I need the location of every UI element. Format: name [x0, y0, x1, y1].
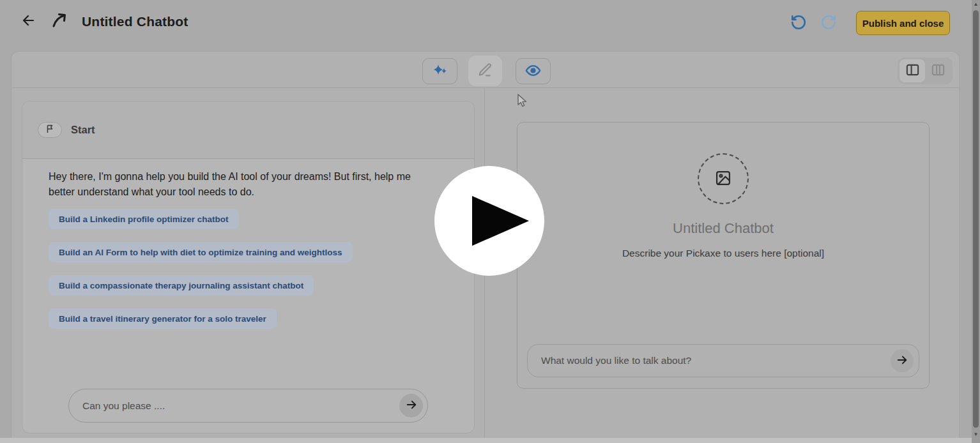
arrow-right-icon [896, 354, 908, 368]
layout-three-column-button[interactable] [925, 59, 951, 82]
chatbot-title: Untitled Chatbot [517, 220, 929, 237]
pencil-icon [477, 62, 493, 80]
top-bar: Untitled Chatbot Publish and close [0, 0, 980, 51]
start-node-header: Start [22, 101, 474, 159]
sparkles-icon [432, 62, 448, 80]
preview-panel: Untitled Chatbot Describe your Pickaxe t… [486, 88, 959, 438]
arrow-left-icon [21, 13, 36, 30]
preview-tab[interactable] [516, 58, 551, 84]
redo-button[interactable] [820, 14, 838, 32]
publish-and-close-button[interactable]: Publish and close [856, 11, 950, 35]
builder-send-button[interactable] [399, 394, 423, 417]
scroll-down-arrow-icon[interactable]: ▼ [972, 432, 980, 438]
layout-switcher [898, 57, 953, 84]
builder-message-input[interactable] [69, 400, 399, 412]
back-button[interactable] [20, 13, 37, 29]
mode-toolbar [11, 52, 959, 88]
chatbot-description: Describe your Pickaxe to users here [opt… [517, 248, 929, 259]
eye-icon [524, 62, 542, 81]
preview-input-bar [527, 344, 919, 377]
edit-tab[interactable] [468, 56, 502, 86]
chatbot-preview-card: Untitled Chatbot Describe your Pickaxe t… [517, 122, 930, 389]
vertical-scrollbar[interactable]: ▲ ▼ [972, 0, 980, 443]
page-title: Untitled Chatbot [82, 14, 188, 29]
avatar-upload-button[interactable] [698, 153, 749, 204]
suggestion-chip[interactable]: Build a Linkedin profile optimizer chatb… [49, 209, 239, 229]
layout-two-column-button[interactable] [900, 59, 925, 82]
builder-panel: Start Hey there, I'm gonna help you buil… [11, 88, 485, 438]
scroll-up-arrow-icon[interactable]: ▲ [972, 1, 980, 8]
arrow-right-icon [405, 398, 418, 413]
suggestion-chip[interactable]: Build a travel itinerary generator for a… [49, 308, 277, 329]
builder-input-bar [68, 389, 428, 423]
vertical-scrollbar-thumb[interactable] [973, 10, 979, 428]
flag-icon [45, 124, 54, 136]
suggestion-list: Build a Linkedin profile optimizer chatb… [49, 209, 353, 329]
pickaxe-logo-icon [50, 11, 68, 29]
image-placeholder-icon [714, 169, 732, 189]
preview-send-button[interactable] [891, 349, 914, 372]
suggestion-chip[interactable]: Build an AI Form to help with diet to op… [49, 242, 353, 262]
suggestion-chip[interactable]: Build a compassionate therapy journaling… [49, 275, 314, 296]
video-play-button[interactable] [434, 166, 544, 276]
undo-button[interactable] [790, 14, 808, 32]
horizontal-scrollbar[interactable] [0, 438, 972, 443]
undo-icon [790, 14, 807, 33]
flag-badge [38, 122, 62, 138]
start-node-title: Start [71, 124, 95, 136]
two-panes-icon [905, 63, 920, 79]
redo-icon [820, 14, 837, 33]
start-node-card: Start Hey there, I'm gonna help you buil… [22, 101, 475, 433]
ai-assist-tab[interactable] [422, 58, 457, 84]
play-icon [434, 268, 544, 278]
three-panes-icon [931, 63, 946, 79]
assistant-message: Hey there, I'm gonna help you build the … [49, 169, 440, 200]
preview-message-input[interactable] [528, 355, 891, 366]
